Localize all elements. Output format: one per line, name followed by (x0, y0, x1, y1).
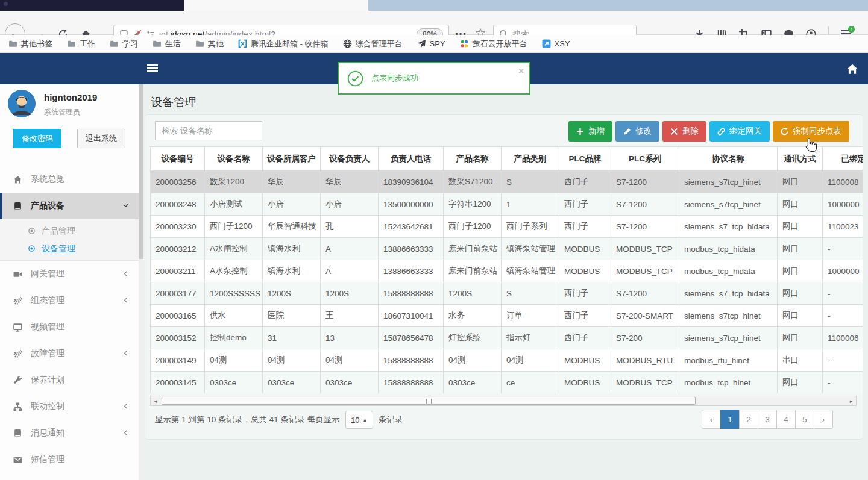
table-cell: 15888888888 (379, 372, 444, 394)
table-cell: - (823, 282, 863, 305)
bookmark-item[interactable]: 萤石云开放平台 (460, 39, 527, 49)
chevron-left-icon (122, 428, 129, 438)
update-badge-icon: ↑ (848, 26, 855, 33)
envelope-icon (13, 455, 22, 464)
pager-page-2[interactable]: 2 (739, 410, 758, 429)
app-home-button[interactable] (846, 63, 858, 75)
change-password-button[interactable]: 修改密码 (13, 129, 61, 148)
horizontal-scrollbar[interactable]: ◂ ▸ (150, 396, 857, 406)
pagination-info: 显示第 1 到第 10 条记录，总共 41 条记录 每页显示 10▲ 条记录 (155, 410, 403, 430)
sidebar-item-组态管理[interactable]: 组态管理 (0, 287, 139, 314)
sidebar-item-label: 产品设备 (31, 201, 64, 211)
scrollbar-thumb[interactable] (162, 397, 696, 405)
table-row[interactable]: 200003256数采1200华辰华辰18390936104数采S71200S西… (151, 171, 863, 193)
device-search-input[interactable] (155, 121, 262, 140)
column-header[interactable]: 设备负责人 (321, 147, 379, 171)
pager-next-button[interactable]: › (814, 410, 833, 429)
username: hignton2019 (44, 92, 97, 102)
bookmark-item[interactable]: XSY (542, 39, 570, 48)
table-row[interactable]: 200003152控制demo311315878656478灯控系统指示灯西门子… (151, 327, 863, 349)
xsy-icon (542, 39, 551, 48)
bookmark-item[interactable]: 生活 (153, 39, 181, 49)
home-icon (846, 63, 858, 75)
home-icon (13, 175, 22, 184)
table-row[interactable]: 200003165供水医院王18607310041水务订单西门子S7-200-S… (151, 305, 863, 327)
table-cell: 15888888888 (379, 349, 444, 372)
sidebar-item-短信管理[interactable]: 短信管理 (0, 446, 139, 473)
bookmark-item[interactable]: 腾讯企业邮箱 - 收件箱 (238, 39, 329, 49)
active-tab[interactable] (184, 0, 368, 11)
avatar (8, 90, 36, 117)
sidebar-item-视频管理[interactable]: 视频管理 (0, 314, 139, 340)
column-header[interactable]: 已绑定网关 (823, 147, 863, 171)
table-row[interactable]: 200003211A水泵控制镇海水利A13886663333庶来门前泵站镇海泵站… (151, 260, 863, 282)
scrollbar-thumb[interactable] (139, 84, 143, 259)
table-row[interactable]: 2000031450303ce0303ce0303ce1588888888803… (151, 372, 863, 394)
action-button-label: 删除 (682, 126, 699, 137)
action-button-新增[interactable]: 新增 (568, 121, 612, 142)
sidebar-item-联动控制[interactable]: 联动控制 (0, 393, 139, 420)
sidebar-item-保养计划[interactable]: 保养计划 (0, 367, 139, 393)
bookmark-item[interactable]: 学习 (110, 39, 138, 49)
table-row[interactable]: 2000031771200SSSSSS1200S1200S15888888888… (151, 282, 863, 305)
table-cell: 1000000 (823, 193, 863, 216)
column-header[interactable]: 设备名称 (205, 147, 263, 171)
table-cell: MODBUS (559, 372, 611, 394)
pagination-info-text: 显示第 1 到第 10 条记录，总共 41 条记录 每页显示 (155, 414, 340, 425)
sidebar-item-大屏管理[interactable]: 大屏管理 (0, 473, 139, 480)
table-header-row: 设备编号设备名称设备所属客户设备负责人负责人电话产品名称产品类别PLC品牌PLC… (151, 147, 863, 171)
page-size-select[interactable]: 10▲ (345, 411, 373, 429)
submenu-item-设备管理[interactable]: 设备管理 (0, 240, 139, 257)
chevron-left-icon (122, 349, 129, 358)
table-row[interactable]: 200003212A水闸控制镇海水利A13886663333庶来门前泵站镇海泵站… (151, 238, 863, 260)
column-header[interactable]: 负责人电话 (379, 147, 444, 171)
sidebar-item-消息通知[interactable]: 消息通知 (0, 420, 139, 446)
table-cell: 04测 (263, 349, 321, 372)
table-cell: 1 (502, 193, 559, 216)
pager-page-4[interactable]: 4 (776, 410, 796, 429)
table-row[interactable]: 200003230西门子1200华辰智通科技孔15243642681西门子120… (151, 216, 863, 238)
chev-left-icon (122, 403, 129, 410)
bookmark-item[interactable]: SPY (417, 39, 445, 48)
column-header[interactable]: 设备所属客户 (263, 147, 321, 171)
submenu-item-产品管理[interactable]: 产品管理 (0, 222, 139, 240)
link-icon (717, 128, 725, 136)
table-row[interactable]: 200003248小唐测试小唐小唐13500000000字符串12001西门子S… (151, 193, 863, 216)
sidebar-item-故障管理[interactable]: 故障管理 (0, 340, 139, 367)
sidebar-scrollbar[interactable] (139, 84, 143, 480)
action-button-删除[interactable]: 删除 (662, 121, 706, 142)
column-header[interactable]: 协议名称 (679, 147, 778, 171)
pager-page-3[interactable]: 3 (758, 410, 777, 429)
column-header[interactable]: PLC系列 (611, 147, 679, 171)
logout-button[interactable]: 退出系统 (77, 129, 125, 148)
chev-down-icon (122, 202, 129, 209)
table-cell: 1200S (321, 282, 379, 305)
action-button-修改[interactable]: 修改 (615, 121, 659, 142)
column-header[interactable]: 产品类别 (502, 147, 559, 171)
table-cell: - (823, 372, 863, 394)
pager-page-1[interactable]: 1 (720, 410, 740, 429)
toast-close-button[interactable]: × (518, 66, 524, 76)
bookmark-item[interactable]: 工作 (67, 39, 95, 49)
scroll-left-arrow[interactable]: ◂ (151, 396, 160, 405)
sidebar-item-网关管理[interactable]: 网关管理 (0, 261, 139, 287)
pager-page-5[interactable]: 5 (795, 410, 814, 429)
table-row[interactable]: 20000314904测04测04测1588888888804测04测MODBU… (151, 349, 863, 372)
column-header[interactable]: 设备编号 (151, 147, 205, 171)
table-cell: - (823, 238, 863, 260)
action-button-label: 绑定网关 (729, 126, 762, 137)
pager-prev-button[interactable]: ‹ (702, 410, 721, 429)
sidebar-item-产品设备[interactable]: 产品设备 (0, 193, 139, 219)
bookmark-item[interactable]: 综合管理平台 (343, 39, 403, 49)
sidebar-collapse-button[interactable] (147, 64, 158, 73)
bookmark-item[interactable]: 其他 (195, 39, 224, 49)
sidebar-item-系统总览[interactable]: 系统总览 (0, 166, 139, 193)
table-cell: 数采S71200 (444, 171, 502, 193)
bookmark-item[interactable]: 其他书签 (8, 39, 52, 49)
action-button-绑定网关[interactable]: 绑定网关 (709, 121, 770, 142)
column-header[interactable]: PLC品牌 (559, 147, 611, 171)
column-header[interactable]: 产品名称 (444, 147, 502, 171)
table-cell: A (321, 238, 379, 260)
table-cell: 华辰 (263, 171, 321, 193)
scroll-right-arrow[interactable]: ▸ (846, 396, 856, 405)
